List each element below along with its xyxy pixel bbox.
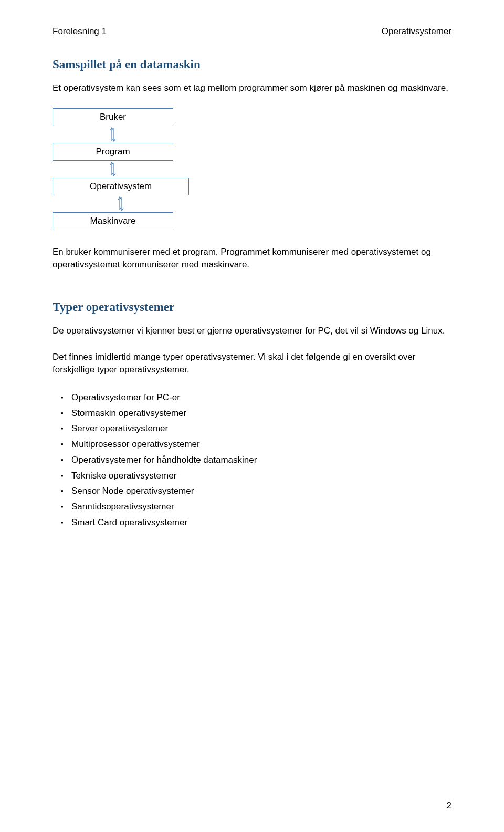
list-item: Stormaskin operativsystemer [71,405,452,421]
header-right: Operativsystemer [382,26,452,37]
list-item: Sensor Node operativsystemer [71,483,452,499]
page-number: 2 [447,800,452,811]
list-item: Server operativsystemer [71,421,452,436]
diagram-box-program: Program [52,143,173,161]
list-item: Smart Card operativsystemer [71,515,452,531]
bidirectional-arrow-icon [52,126,173,143]
section2-para2: Det finnes imidlertid mange typer operat… [52,351,452,377]
list-item: Multiprosessor operativsystemer [71,436,452,452]
list-item: Operativsystemer for PC-er [71,390,452,405]
section1-heading: Samspillet på en datamaskin [52,58,452,71]
bidirectional-arrow-icon [52,195,189,212]
section-1: Samspillet på en datamaskin Et operativs… [52,58,452,272]
section1-para1: Et operativsystem kan sees som et lag me… [52,82,452,95]
diagram-box-operativsystem: Operativsystem [52,178,189,195]
spacer [52,285,452,300]
page-header: Forelesning 1 Operativsystemer [52,26,452,37]
os-types-list: Operativsystemer for PC-er Stormaskin op… [52,390,452,531]
list-item: Operativsystemer for håndholdte datamask… [71,452,452,468]
section-2: Typer operativsystemer De operativsystem… [52,300,452,531]
layer-diagram: Bruker Program Operativsystem [52,108,452,230]
list-item: Tekniske operativsystemer [71,468,452,484]
diagram-box-maskinvare: Maskinvare [52,212,173,230]
list-item: Sanntidsoperativsystemer [71,499,452,515]
section1-para2: En bruker kommuniserer med et program. P… [52,246,452,272]
section2-para1: De operativsystemer vi kjenner best er g… [52,325,452,338]
header-left: Forelesning 1 [52,26,107,37]
diagram-box-bruker: Bruker [52,108,173,126]
bidirectional-arrow-icon [52,161,173,178]
section2-heading: Typer operativsystemer [52,300,452,314]
